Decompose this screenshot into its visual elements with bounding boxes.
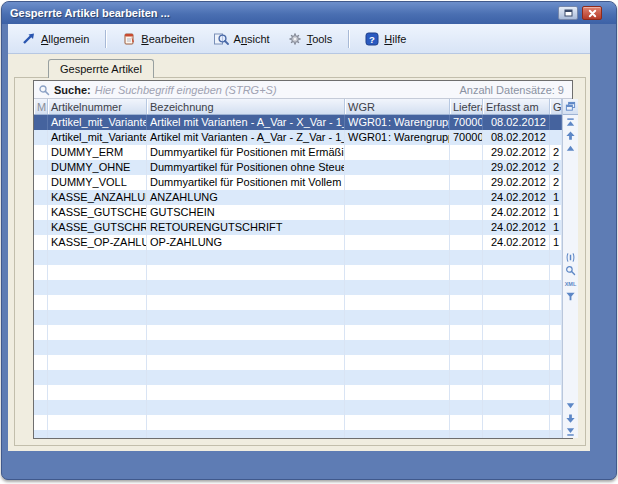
table-row[interactable]: DUMMY_VOLLDummyartikel für Positionen mi… xyxy=(34,175,562,190)
table-row[interactable]: DUMMY_ERMDummyartikel für Positionen mit… xyxy=(34,145,562,160)
toolbar-button-allgemein[interactable]: Allgemein xyxy=(16,29,95,48)
jump-down-icon[interactable] xyxy=(564,412,577,424)
cell-erfasst_am xyxy=(483,250,550,265)
table-row[interactable]: KASSE_GUTSCHRIFTRETOURENGUTSCHRIFT24.02.… xyxy=(34,220,562,235)
table-empty-row[interactable] xyxy=(34,310,562,325)
scroll-down-icon[interactable] xyxy=(564,399,577,411)
cell-lieferant xyxy=(450,235,483,250)
column-header-wgr[interactable]: WGR xyxy=(345,99,450,114)
scroll-bottom-icon[interactable] xyxy=(564,425,577,437)
cell-bezeichnung xyxy=(147,415,345,430)
cell-bezeichnung xyxy=(147,370,345,385)
table-empty-row[interactable] xyxy=(34,295,562,310)
cell-erfasst_am xyxy=(483,325,550,340)
toolbar-item-label: Ansicht xyxy=(234,33,270,45)
cell-artikelnummer xyxy=(48,430,147,438)
column-chooser-icon[interactable] xyxy=(564,101,577,113)
table-empty-row[interactable] xyxy=(34,250,562,265)
restore-button[interactable] xyxy=(558,6,578,20)
scroll-top-icon[interactable] xyxy=(564,116,577,128)
cell-lieferant xyxy=(450,310,483,325)
cell-m xyxy=(34,295,48,310)
toolbar-item-label: Tools xyxy=(307,33,333,45)
grid-search-bar[interactable]: Suche: Hier Suchbegriff eingeben (STRG+S… xyxy=(34,81,572,99)
cell-erfasst_am: 29.02.2012 xyxy=(483,145,550,160)
cell-artikelnummer: KASSE_GUTSCHEIN xyxy=(48,205,147,220)
table-empty-row[interactable] xyxy=(34,355,562,370)
scroll-up-icon[interactable] xyxy=(564,142,577,154)
svg-text:?: ? xyxy=(369,33,375,44)
search-placeholder[interactable]: Hier Suchbegriff eingeben (STRG+S) xyxy=(95,84,277,96)
tab-page-area: Gesperrte Artikel Suche: Hier Suchbegrif… xyxy=(8,54,590,451)
close-button[interactable] xyxy=(582,6,602,20)
toolbar-button-tools[interactable]: Tools xyxy=(282,29,339,49)
toolbar-button-hilfe[interactable]: ? Hilfe xyxy=(359,29,412,49)
toolbar-separator xyxy=(105,30,106,48)
search-icon[interactable] xyxy=(564,264,577,276)
toolbar-button-bearbeiten[interactable]: Bearbeiten xyxy=(116,29,200,49)
table-empty-row[interactable] xyxy=(34,400,562,415)
column-header-artikelnummer[interactable]: Artikelnummer xyxy=(48,99,147,114)
column-header-m[interactable]: M xyxy=(34,99,48,114)
table-empty-row[interactable] xyxy=(34,265,562,280)
cell-g xyxy=(550,400,562,415)
toolbar-button-ansicht[interactable]: Ansicht xyxy=(207,29,276,49)
table-row[interactable]: KASSE_ANZAHLUNGANZAHLUNG24.02.20121 xyxy=(34,190,562,205)
cell-m xyxy=(34,385,48,400)
cell-m xyxy=(34,250,48,265)
fit-width-icon[interactable] xyxy=(564,251,577,263)
jump-up-icon[interactable] xyxy=(564,129,577,141)
cell-wgr: WGR01: Warengruppe 1 xyxy=(345,130,450,145)
titlebar[interactable]: Gesperrte Artikel bearbeiten ... xyxy=(2,2,616,24)
grid-strip-header xyxy=(563,99,578,115)
table-empty-row[interactable] xyxy=(34,325,562,340)
table-row[interactable]: DUMMY_OHNEDummyartikel für Positionen oh… xyxy=(34,160,562,175)
cell-lieferant xyxy=(450,400,483,415)
cell-g xyxy=(550,115,562,130)
cell-g: 1 xyxy=(550,205,562,220)
cell-wgr xyxy=(345,265,450,280)
cell-artikelnummer xyxy=(48,370,147,385)
cell-wgr xyxy=(345,205,450,220)
cell-g xyxy=(550,280,562,295)
table-row[interactable]: Artikel_mit_Varianten.002Artikel mit Var… xyxy=(34,130,562,145)
column-header-g[interactable]: G xyxy=(550,99,562,114)
cell-bezeichnung xyxy=(147,295,345,310)
cell-wgr xyxy=(345,220,450,235)
grid-strip-bottom-group xyxy=(564,398,577,438)
cell-wgr xyxy=(345,310,450,325)
table-row[interactable]: KASSE_OP-ZAHLUNGOP-ZAHLUNG24.02.20121 xyxy=(34,235,562,250)
table-empty-row[interactable] xyxy=(34,370,562,385)
cell-m xyxy=(34,355,48,370)
window-frame: Gesperrte Artikel bearbeiten ... Allgeme… xyxy=(1,1,617,480)
table-empty-row[interactable] xyxy=(34,415,562,430)
cell-erfasst_am xyxy=(483,340,550,355)
cell-artikelnummer xyxy=(48,280,147,295)
table-row[interactable]: KASSE_GUTSCHEINGUTSCHEIN24.02.20121 xyxy=(34,205,562,220)
filter-icon[interactable] xyxy=(564,290,577,302)
column-header-lieferant[interactable]: Lieferant xyxy=(450,99,483,114)
cell-artikelnummer: DUMMY_OHNE xyxy=(48,160,147,175)
cell-lieferant xyxy=(450,415,483,430)
tab-gesperrte-artikel[interactable]: Gesperrte Artikel xyxy=(48,59,154,78)
cell-m xyxy=(34,430,48,438)
cell-wgr xyxy=(345,235,450,250)
svg-text:XML: XML xyxy=(565,281,577,287)
table-empty-row[interactable] xyxy=(34,280,562,295)
cell-m xyxy=(34,190,48,205)
table-row[interactable]: Artikel_mit_Varianten.001Artikel mit Var… xyxy=(34,115,562,130)
cell-g: 1 xyxy=(550,235,562,250)
xml-icon[interactable]: XML xyxy=(564,277,577,289)
column-header-erfasst_am[interactable]: Erfasst am xyxy=(483,99,550,114)
cell-wgr: WGR01: Warengruppe 1 xyxy=(345,115,450,130)
table-empty-row[interactable] xyxy=(34,340,562,355)
cell-wgr xyxy=(345,250,450,265)
column-header-bezeichnung[interactable]: Bezeichnung xyxy=(147,99,345,114)
cell-bezeichnung xyxy=(147,265,345,280)
cell-bezeichnung: GUTSCHEIN xyxy=(147,205,345,220)
table-empty-row[interactable] xyxy=(34,430,562,438)
cell-bezeichnung xyxy=(147,325,345,340)
cell-erfasst_am xyxy=(483,370,550,385)
cell-g: 1 xyxy=(550,190,562,205)
table-empty-row[interactable] xyxy=(34,385,562,400)
